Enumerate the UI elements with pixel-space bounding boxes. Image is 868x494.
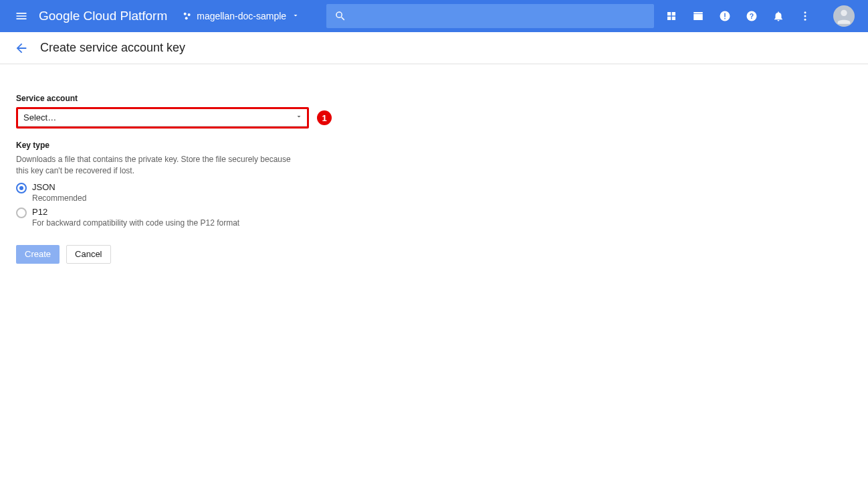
back-arrow-icon[interactable] — [8, 35, 35, 62]
radio-p12-input[interactable] — [16, 208, 27, 218]
svg-point-11 — [841, 10, 847, 16]
search-input[interactable] — [326, 4, 654, 28]
service-account-select[interactable]: Select… — [18, 109, 307, 127]
brand-google: Google — [39, 9, 80, 23]
svg-text:?: ? — [750, 12, 754, 20]
avatar[interactable] — [833, 5, 855, 27]
svg-rect-5 — [724, 18, 726, 19]
form-area: Service account Select… 1 Key type Downl… — [0, 64, 348, 264]
top-action-icons: ? — [665, 5, 855, 27]
brand-title: Google Cloud Platform — [39, 9, 167, 23]
page-subheader: Create service account key — [0, 32, 868, 64]
key-type-label: Key type — [16, 141, 332, 150]
help-icon[interactable]: ? — [745, 9, 758, 23]
svg-point-2 — [185, 17, 188, 19]
project-picker[interactable]: magellan-doc-sample — [182, 11, 300, 21]
service-account-placeholder: Select… — [23, 112, 56, 122]
hamburger-icon[interactable] — [5, 0, 37, 32]
page-title: Create service account key — [40, 41, 185, 55]
create-button[interactable]: Create — [16, 245, 60, 264]
service-account-label: Service account — [16, 94, 332, 103]
key-type-help: Downloads a file that contains the priva… — [16, 154, 297, 177]
svg-point-1 — [188, 13, 191, 16]
svg-point-10 — [804, 19, 806, 21]
chevron-down-icon — [295, 112, 303, 122]
key-type-radio-group: JSON Recommended P12 For backward compat… — [16, 182, 332, 228]
notifications-icon[interactable] — [772, 9, 785, 23]
alert-icon[interactable] — [718, 9, 732, 23]
svg-point-0 — [184, 13, 187, 15]
top-app-bar: Google Cloud Platform magellan-doc-sampl… — [0, 0, 868, 32]
svg-rect-4 — [724, 13, 726, 17]
svg-point-8 — [804, 11, 806, 13]
gift-icon[interactable] — [665, 9, 678, 23]
cloud-shell-icon[interactable] — [691, 9, 705, 23]
radio-p12-label: P12 — [32, 207, 239, 217]
cancel-button[interactable]: Cancel — [66, 245, 110, 264]
radio-json-label: JSON — [32, 182, 86, 192]
radio-p12[interactable]: P12 For backward compatibility with code… — [16, 207, 332, 228]
radio-json-input[interactable] — [16, 183, 27, 193]
radio-p12-sub: For backward compatibility with code usi… — [32, 218, 239, 228]
svg-point-9 — [804, 15, 806, 17]
radio-json-sub: Recommended — [32, 193, 86, 203]
form-actions: Create Cancel — [16, 245, 332, 264]
brand-rest: Cloud Platform — [80, 9, 167, 23]
callout-badge-1: 1 — [317, 110, 332, 125]
project-name: magellan-doc-sample — [197, 11, 286, 21]
service-account-select-highlight: Select… — [16, 107, 309, 129]
caret-down-icon — [292, 11, 300, 21]
radio-json[interactable]: JSON Recommended — [16, 182, 332, 203]
more-vert-icon[interactable] — [798, 9, 812, 23]
